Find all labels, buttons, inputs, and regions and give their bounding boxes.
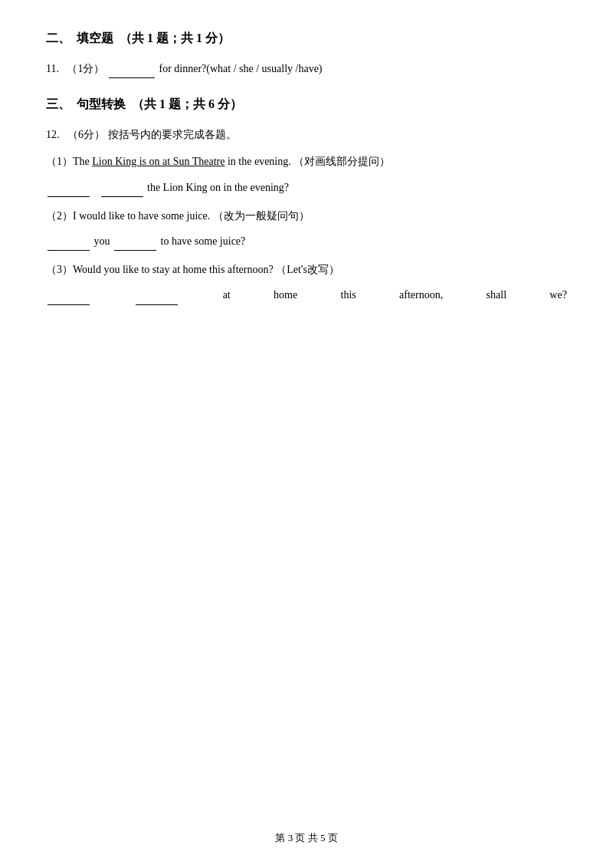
sq1-answer-rest: the Lion King on in the evening?	[147, 182, 289, 193]
sq3-answer-line: at home this afternoon, shall we?	[46, 285, 567, 304]
section-three-header: 三、 句型转换 （共 1 题；共 6 分）	[46, 97, 567, 113]
sq2-answer-rest: to have some juice?	[161, 235, 246, 247]
section-three-number: 三、	[46, 97, 70, 113]
section-three-score: （共 1 题；共 6 分）	[132, 97, 242, 113]
section-three-title: 句型转换	[77, 97, 126, 113]
sq1-blank2[interactable]	[101, 196, 143, 197]
sq2-blank1[interactable]	[48, 250, 90, 251]
section-two-number: 二、	[46, 31, 70, 47]
sq3-word5: shall	[487, 285, 506, 304]
section-two-title: 填空题	[77, 31, 113, 47]
sq3-word6: we?	[549, 285, 567, 304]
q11-num: 11.	[46, 63, 64, 74]
sq2-answer-line: you to have some juice?	[46, 232, 567, 251]
q11-blank[interactable]	[109, 77, 155, 78]
sq1-underline: Lion King is on at Sun Theatre	[92, 156, 225, 167]
sq3-text: （3）Would you like to stay at home this a…	[46, 264, 274, 275]
section-two-header: 二、 填空题 （共 1 题；共 1 分）	[46, 31, 567, 47]
sq3-word2: home	[274, 285, 297, 304]
sq3-word1: at	[223, 285, 231, 304]
page: 二、 填空题 （共 1 题；共 1 分） 11. （1分） for dinner…	[0, 0, 613, 868]
section-three: 三、 句型转换 （共 1 题；共 6 分） 12. （6分） 按括号内的要求完成…	[46, 97, 567, 304]
page-footer: 第 3 页 共 5 页	[0, 831, 613, 845]
sub-question-1: （1）The Lion King is on at Sun Theatre in…	[46, 152, 567, 171]
sq3-word4: afternoon,	[399, 285, 443, 304]
q11-text: for dinner?(what / she / usually /have)	[159, 63, 322, 74]
question-11: 11. （1分） for dinner?(what / she / usuall…	[46, 59, 567, 78]
q11-score: （1分）	[67, 63, 104, 74]
q12-num: 12.	[46, 129, 65, 140]
sq2-note: （改为一般疑问句）	[213, 210, 310, 222]
section-two: 二、 填空题 （共 1 题；共 1 分） 11. （1分） for dinner…	[46, 31, 567, 78]
sq1-blank1[interactable]	[48, 196, 90, 197]
sq3-note: （Let's改写）	[276, 264, 339, 275]
sub-question-3: （3）Would you like to stay at home this a…	[46, 260, 567, 279]
sq3-blank2[interactable]	[136, 304, 178, 305]
sq2-blank2[interactable]	[114, 250, 156, 251]
sq1-note: （对画线部分提问）	[293, 156, 390, 167]
section-two-score: （共 1 题；共 1 分）	[120, 31, 230, 47]
sq3-word3: this	[341, 285, 356, 304]
sq2-text: （2）I would like to have some juice.	[46, 210, 210, 222]
sq1-answer-line: the Lion King on in the evening?	[46, 178, 567, 197]
q12-score: （6分）	[67, 129, 105, 140]
footer-text: 第 3 页 共 5 页	[275, 832, 337, 843]
sq2-word-you: you	[94, 235, 113, 247]
sq1-text: （1）The Lion King is on at Sun Theatre in…	[46, 156, 291, 167]
sub-question-2: （2）I would like to have some juice. （改为一…	[46, 206, 567, 225]
q12-instruction: 按括号内的要求完成各题。	[108, 129, 237, 140]
question-12-instruction: 12. （6分） 按括号内的要求完成各题。	[46, 125, 567, 144]
sq3-blank1[interactable]	[48, 304, 90, 305]
